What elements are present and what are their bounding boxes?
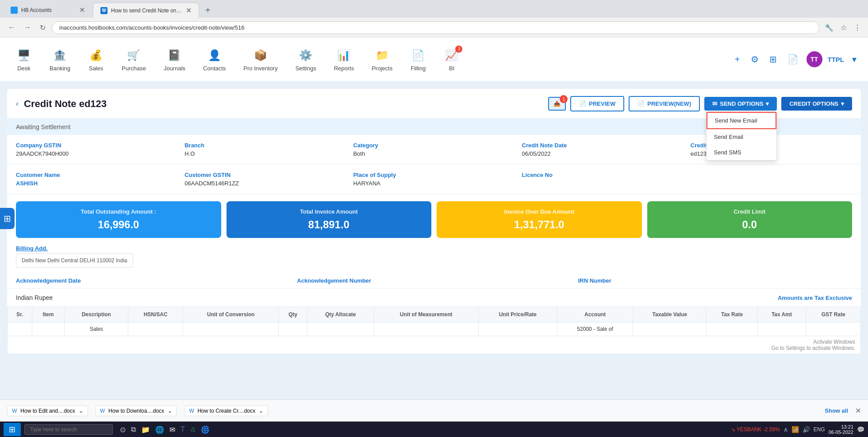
sidebar-item-journals[interactable]: 📓 Journals: [157, 44, 192, 75]
sidebar-item-pro-inventory[interactable]: 📦 Pro Inventory: [236, 44, 284, 75]
taskbar-search[interactable]: [24, 424, 113, 435]
col-unit-price: Unit Price/Rate: [478, 307, 557, 322]
taskbar-icon-teams[interactable]: T: [181, 426, 185, 433]
company-gstin-label: Company GSTIN: [16, 142, 177, 149]
taskbar-icon-chrome[interactable]: 🌀: [201, 426, 210, 434]
col-item: Item: [32, 307, 65, 322]
send-sms-item[interactable]: Send SMS: [707, 145, 776, 160]
send-dropdown-icon: ▾: [766, 100, 769, 107]
grid-sidebar-icon: ⊞: [4, 213, 11, 224]
notification-icon[interactable]: 💬: [857, 426, 864, 433]
forward-nav-button[interactable]: →: [21, 22, 34, 33]
send-options-dropdown[interactable]: ✉ SEND OPTIONS ▾ Send New Email Send Ema…: [704, 97, 777, 111]
tab-hb[interactable]: HB Accounts ✕: [4, 3, 92, 18]
download-item-3[interactable]: W How to Create Cr....docx ⌄: [184, 406, 268, 416]
company-dropdown-button[interactable]: ▾: [849, 51, 859, 67]
sidebar-item-banking[interactable]: 🏦 Banking: [42, 44, 77, 75]
sidebar-item-projects[interactable]: 📁 Projects: [365, 44, 399, 75]
taskbar-icon-network: 📶: [791, 426, 799, 433]
col-qty-allocate: Qty Allocate: [307, 307, 374, 322]
add-button[interactable]: +: [732, 52, 743, 67]
close-downloads-button[interactable]: ✕: [855, 406, 861, 415]
tab-how[interactable]: W How to send Credit Note on ma... ✕: [93, 3, 199, 18]
stat-credit-limit: Credit Limit 0.0: [647, 201, 853, 238]
preview-label: PREVIEW: [589, 100, 615, 107]
category-label: Category: [353, 142, 515, 149]
billing-add-value: Delhi New Delhi Central DELHI 110002 Ind…: [16, 253, 133, 268]
col-account: Account: [557, 307, 633, 322]
preview-icon: 📄: [579, 100, 586, 107]
back-button[interactable]: ‹: [16, 99, 19, 108]
sidebar-item-reports[interactable]: 📊 Reports: [327, 44, 361, 75]
taskbar: ⊞ ⊙ ⧉ 📁 🌐 ✉ T ♫ 🌀 ↘ YESBANK -2.59% ∧ 📶 🔊…: [0, 422, 868, 437]
extensions-button[interactable]: 🔧: [823, 22, 835, 34]
sidebar-item-bi[interactable]: 📈 BI 3: [437, 44, 467, 75]
taskbar-icon-cortana[interactable]: ⊙: [120, 426, 126, 434]
company-gstin-value: 29AADCK7940H000: [16, 150, 69, 157]
show-all-button[interactable]: Show all: [825, 407, 848, 414]
send-email-item[interactable]: Send Email: [707, 129, 776, 145]
reports-icon: 📊: [336, 47, 352, 63]
settings-header-button[interactable]: ⚙: [748, 51, 761, 67]
billing-add-link[interactable]: Billing Add.: [16, 245, 852, 252]
tab-close-how[interactable]: ✕: [186, 7, 192, 14]
more-button[interactable]: ⋮: [852, 22, 863, 34]
col-hsn: HSN/SAC: [128, 307, 183, 322]
download-item-2[interactable]: W How to Downloa....docx ⌄: [95, 406, 177, 416]
grid-button[interactable]: ⊞: [767, 51, 780, 67]
stat-invoice-label: Total Invoice Amount: [234, 208, 425, 215]
start-button[interactable]: ⊞: [4, 423, 21, 436]
sidebar-item-desk[interactable]: 🖥️ Desk: [9, 44, 39, 75]
credit-options-button[interactable]: CREDIT OPTIONS ▾: [781, 97, 852, 111]
upload-button[interactable]: 📤 1: [548, 97, 566, 111]
back-nav-button[interactable]: ←: [5, 22, 18, 33]
company-name[interactable]: TTPL: [828, 56, 845, 63]
taskbar-icon-spotify[interactable]: ♫: [190, 426, 196, 433]
branch-field: Branch H.O: [184, 142, 346, 157]
reload-button[interactable]: ↻: [37, 22, 48, 34]
download-item-1[interactable]: W How to Edit and....docx ⌄: [7, 406, 88, 416]
left-sidebar[interactable]: ⊞: [0, 208, 15, 229]
sidebar-item-settings[interactable]: ⚙️ Settings: [288, 44, 323, 75]
preview-new-icon: 📄: [638, 100, 645, 107]
taskbar-icon-mail[interactable]: ✉: [169, 426, 175, 434]
address-input[interactable]: [52, 21, 819, 34]
sidebar-item-label-filling: Filling: [411, 65, 426, 72]
send-new-email-item[interactable]: Send New Email: [707, 112, 776, 129]
tab-favicon-hb: [11, 7, 18, 14]
row-description: Sales: [64, 322, 128, 336]
stat-credit-limit-value: 0.0: [654, 218, 845, 231]
sidebar-item-label-sales: Sales: [89, 65, 104, 72]
file-button[interactable]: 📄: [785, 51, 801, 67]
tab-favicon-how: W: [100, 7, 108, 14]
taskbar-icon-explorer[interactable]: 📁: [141, 426, 150, 434]
sidebar-item-contacts[interactable]: 👤 Contacts: [196, 44, 233, 75]
col-tax-rate: Tax Rate: [707, 307, 757, 322]
sidebar-item-purchase[interactable]: 🛒 Purchase: [115, 44, 153, 75]
avatar[interactable]: TT: [807, 51, 822, 67]
download-chevron-3: ⌄: [259, 408, 263, 414]
sidebar-item-sales[interactable]: 💰 Sales: [81, 44, 111, 75]
table-header-row: Sr. Item Description HSN/SAC Unit of Con…: [8, 307, 861, 322]
customer-gstin-label: Customer GSTIN: [184, 172, 346, 178]
taskbar-icon-up: ∧: [784, 426, 788, 433]
branch-value: H.O: [184, 150, 195, 157]
row-qty-allocate: [307, 322, 374, 336]
download-label-3: How to Create Cr....docx: [197, 408, 255, 414]
place-of-supply-field: Place of Supply HARYANA: [353, 172, 515, 187]
company-gstin-field: Company GSTIN 29AADCK7940H000: [16, 142, 177, 157]
bookmark-button[interactable]: ☆: [839, 22, 849, 34]
branch-label: Branch: [184, 142, 346, 149]
taskbar-icon-edge[interactable]: 🌐: [155, 426, 164, 434]
sidebar-item-filling[interactable]: 📄 Filling: [403, 44, 433, 75]
send-options-button[interactable]: ✉ SEND OPTIONS ▾: [704, 97, 777, 111]
taskbar-icon-task[interactable]: ⧉: [131, 426, 136, 433]
tab-close-hb[interactable]: ✕: [79, 7, 85, 14]
preview-new-button[interactable]: 📄 PREVIEW(NEW): [629, 96, 700, 111]
licence-no-field: Licence No: [522, 172, 684, 187]
new-tab-button[interactable]: +: [202, 5, 214, 15]
row-gst-rate: [806, 322, 861, 336]
sidebar-item-label-bi: BI: [449, 65, 454, 72]
preview-button[interactable]: 📄 PREVIEW: [570, 96, 624, 111]
row-unit-measurement: [374, 322, 478, 336]
